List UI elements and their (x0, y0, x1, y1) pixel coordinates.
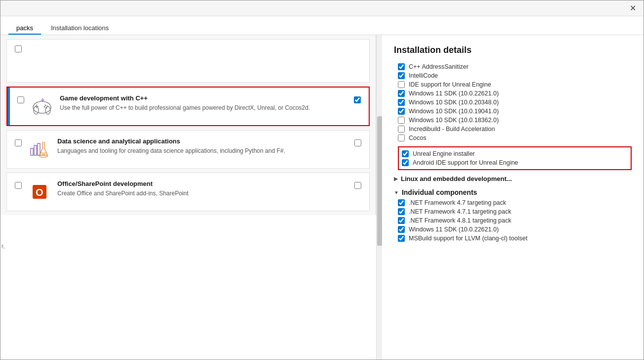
android-ide-label: Android IDE support for Unreal Engine (413, 159, 518, 166)
intellicode-checkbox[interactable] (398, 72, 405, 79)
detail-item-net481: .NET Framework 4.8.1 targeting pack (398, 216, 632, 225)
game-dev-item[interactable]: ✛ Game development with C++ Use the full… (6, 87, 370, 126)
linux-section-header[interactable]: ▶ Linux and embedded development... (394, 172, 632, 185)
data-science-desc: Languages and tooling for creating data … (57, 147, 348, 155)
title-bar: ✕ (0, 0, 644, 16)
data-science-icon (28, 137, 51, 161)
tab-bar: packs Installation locations (0, 16, 644, 35)
svg-text:✛: ✛ (41, 97, 44, 103)
office-checkbox[interactable] (354, 182, 361, 189)
data-science-checkbox[interactable] (354, 139, 361, 146)
win11-sdk-checkbox[interactable] (398, 90, 405, 97)
android-ide-checkbox[interactable] (402, 159, 409, 166)
win10-sdk1-label: Windows 10 SDK (10.0.20348.0) (409, 99, 499, 106)
win11-sdk-label: Windows 11 SDK (10.0.22621.0) (409, 90, 499, 97)
svg-point-0 (33, 101, 51, 113)
net481-checkbox[interactable] (398, 217, 405, 224)
data-science-text: Data science and analytical applications… (57, 137, 348, 155)
right-panel: Installation details C++ AddressSanitize… (382, 35, 644, 360)
detail-item-addresssanitizer: C++ AddressSanitizer (398, 62, 632, 71)
ide-unreal-checkbox[interactable] (398, 81, 405, 88)
detail-item-win10-sdk1: Windows 10 SDK (10.0.20348.0) (398, 98, 632, 107)
svg-point-6 (47, 106, 48, 107)
empty-top-item (6, 39, 370, 83)
detail-item-ide-unreal: IDE support for Unreal Engine (398, 80, 632, 89)
data-science-left-checkbox[interactable] (15, 139, 22, 146)
linux-arrow-icon: ▶ (394, 176, 398, 181)
data-science-item[interactable]: Data science and analytical applications… (6, 130, 370, 169)
cocos-checkbox[interactable] (398, 135, 405, 141)
detail-item-android-ide: Android IDE support for Unreal Engine (402, 158, 628, 167)
addresssanitizer-label: C++ AddressSanitizer (409, 63, 469, 70)
net481-label: .NET Framework 4.8.1 targeting pack (409, 217, 512, 224)
msbuild-llvm-checkbox[interactable] (398, 235, 405, 242)
svg-point-8 (44, 106, 45, 108)
detail-item-cocos: Cocos (398, 134, 632, 142)
svg-rect-10 (31, 148, 33, 155)
individual-components-items: .NET Framework 4.7 targeting pack .NET F… (394, 198, 632, 243)
game-dev-title: Game development with C++ (60, 94, 348, 102)
tab-workloads[interactable]: packs (8, 21, 41, 35)
detail-item-win11-sdk: Windows 11 SDK (10.0.22621.0) (398, 89, 632, 98)
svg-point-5 (45, 105, 46, 106)
net47-label: .NET Framework 4.7 targeting pack (409, 199, 506, 206)
office-left-checkbox[interactable] (15, 182, 22, 189)
highlighted-group: Unreal Engine installer Android IDE supp… (398, 146, 632, 170)
individual-components-header[interactable]: ▼ Individual components (394, 185, 632, 198)
game-dev-checkbox[interactable] (354, 96, 361, 103)
detail-item-intellicode: IntelliCode (398, 71, 632, 80)
linux-section-label: Linux and embedded development... (401, 175, 512, 182)
side-label: r, (1, 243, 5, 250)
svg-point-7 (46, 107, 47, 109)
main-window: ✕ packs Installation locations (0, 0, 644, 360)
close-button[interactable]: ✕ (626, 1, 640, 15)
svg-point-13 (40, 155, 47, 157)
empty-top-checkbox[interactable] (15, 45, 22, 52)
individual-components-section: ▼ Individual components .NET Framework 4… (394, 185, 632, 243)
win10-sdk2-checkbox[interactable] (398, 108, 405, 115)
scrollbar-thumb[interactable] (377, 116, 382, 246)
detail-item-unreal-installer: Unreal Engine installer (402, 149, 628, 158)
individual-components-arrow-icon: ▼ (394, 190, 399, 195)
svg-rect-11 (34, 145, 37, 155)
game-dev-left-checkbox[interactable] (17, 96, 24, 103)
office-icon: O (28, 180, 51, 204)
detail-section-main: C++ AddressSanitizer IntelliCode IDE sup… (394, 62, 632, 142)
win11sdk2-checkbox[interactable] (398, 226, 405, 233)
installation-details-title: Installation details (394, 45, 632, 55)
detail-item-win10-sdk3: Windows 10 SDK (10.0.18362.0) (398, 116, 632, 125)
detail-item-incredibuild: Incredibuild - Build Acceleration (398, 125, 632, 134)
office-item[interactable]: O Office/SharePoint development Create O… (6, 173, 370, 211)
tab-locations[interactable]: Installation locations (43, 21, 117, 35)
office-desc: Create Office and SharePoint add-ins, Sh… (57, 189, 348, 198)
detail-item-net471: .NET Framework 4.7.1 targeting pack (398, 207, 632, 216)
detail-item-win10-sdk2: Windows 10 SDK (10.0.19041.0) (398, 107, 632, 116)
svg-text:O: O (36, 187, 43, 198)
unreal-installer-label: Unreal Engine installer (413, 150, 475, 157)
incredibuild-label: Incredibuild - Build Acceleration (409, 126, 495, 133)
detail-item-msbuild-llvm: MSBuild support for LLVM (clang-cl) tool… (398, 234, 632, 243)
win10-sdk3-checkbox[interactable] (398, 117, 405, 124)
data-science-title: Data science and analytical applications (57, 137, 348, 145)
left-panel: ✛ Game development with C++ Use the full… (0, 35, 376, 215)
svg-rect-12 (38, 143, 40, 155)
net47-checkbox[interactable] (398, 199, 405, 206)
addresssanitizer-checkbox[interactable] (398, 63, 405, 70)
game-dev-text: Game development with C++ Use the full p… (60, 94, 348, 112)
detail-item-win11sdk2: Windows 11 SDK (10.0.22621.0) (398, 225, 632, 234)
cocos-label: Cocos (409, 135, 426, 141)
detail-item-net47: .NET Framework 4.7 targeting pack (398, 198, 632, 207)
win10-sdk3-label: Windows 10 SDK (10.0.18362.0) (409, 117, 499, 124)
win11sdk2-label: Windows 11 SDK (10.0.22621.0) (409, 226, 499, 233)
net471-label: .NET Framework 4.7.1 targeting pack (409, 208, 512, 215)
net471-checkbox[interactable] (398, 208, 405, 215)
vertical-scrollbar[interactable] (376, 35, 382, 360)
left-accent (7, 88, 10, 125)
unreal-installer-checkbox[interactable] (402, 150, 409, 157)
msbuild-llvm-label: MSBuild support for LLVM (clang-cl) tool… (409, 235, 527, 242)
left-panel-wrapper: ✛ Game development with C++ Use the full… (0, 35, 376, 360)
office-title: Office/SharePoint development (57, 180, 348, 187)
win10-sdk1-checkbox[interactable] (398, 99, 405, 106)
incredibuild-checkbox[interactable] (398, 126, 405, 133)
ide-unreal-label: IDE support for Unreal Engine (409, 81, 491, 88)
